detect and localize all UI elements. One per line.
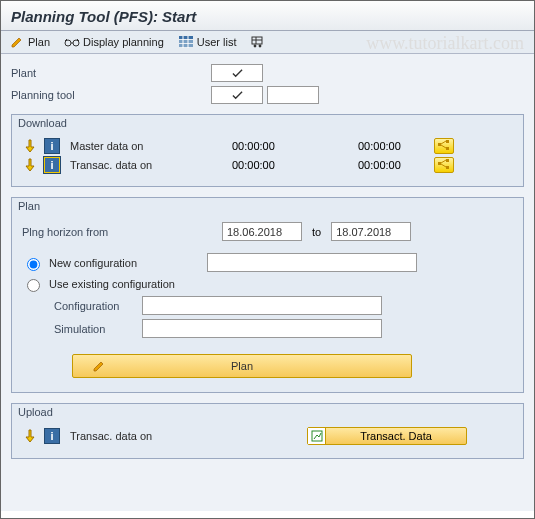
info-icon[interactable]: i [44,428,60,444]
plan-toolbar-label: Plan [28,36,50,48]
plant-input[interactable] [211,64,263,82]
download-arrow-icon[interactable] [22,138,38,154]
svg-rect-18 [312,431,322,441]
svg-rect-15 [438,162,441,165]
configuration-input[interactable] [142,296,382,315]
master-time-1: 00:00:00 [232,140,352,152]
from-date-input[interactable] [222,222,302,241]
transac-data-label: Transac. data on [66,159,226,171]
upload-transac-label: Transac. data on [66,430,301,442]
new-config-radio[interactable] [27,258,40,271]
plant-label: Plant [11,67,211,79]
to-label: to [312,226,321,238]
check-icon [232,68,243,79]
svg-point-0 [65,40,71,46]
svg-rect-4 [179,44,193,47]
new-config-input[interactable] [207,253,417,272]
upload-legend: Upload [18,406,53,418]
planning-tool-input-2[interactable] [267,86,319,104]
master-time-2: 00:00:00 [358,140,428,152]
download-arrow-icon[interactable] [22,157,38,173]
user-list-button[interactable]: User list [178,34,237,50]
svg-point-11 [259,45,262,48]
master-action-button[interactable] [434,138,454,154]
svg-rect-14 [446,147,449,150]
download-legend: Download [18,117,67,129]
glasses-icon [64,34,80,50]
new-config-label: New configuration [49,257,201,269]
plan-group: Plan Plng horizon from to New configurat… [11,197,524,393]
check-icon [232,90,243,101]
titlebar: Planning Tool (PFS): Start [1,1,534,31]
simulation-label: Simulation [22,323,142,335]
train-icon [250,34,266,50]
user-list-label: User list [197,36,237,48]
svg-rect-13 [446,140,449,143]
use-existing-label: Use existing configuration [49,278,175,290]
display-planning-label: Display planning [83,36,164,48]
nodes-icon [437,159,451,171]
simulation-input[interactable] [142,319,382,338]
plan-legend: Plan [18,200,40,212]
svg-rect-17 [446,166,449,169]
plan-toolbar-button[interactable]: Plan [9,34,50,50]
transac-time-1: 00:00:00 [232,159,352,171]
display-planning-button[interactable]: Display planning [64,34,164,50]
transac-action-button[interactable] [434,157,454,173]
svg-point-1 [73,40,79,46]
pencil-icon [92,359,106,373]
planning-tool-label: Planning tool [11,89,211,101]
toolbar: Plan Display planning User list [1,31,534,54]
svg-rect-16 [446,159,449,162]
pencil-icon [9,34,25,50]
nodes-icon [437,140,451,152]
use-existing-radio[interactable] [27,279,40,292]
svg-point-10 [254,45,257,48]
info-icon[interactable]: i [44,138,60,154]
plan-button[interactable]: Plan [72,354,412,378]
page-title: Planning Tool (PFS): Start [11,8,524,25]
transac-time-2: 00:00:00 [358,159,428,171]
to-date-input[interactable] [331,222,411,241]
plan-button-label: Plan [231,360,253,372]
svg-rect-12 [438,143,441,146]
upload-group: Upload i Transac. data on Transact. Data [11,403,524,459]
info-icon[interactable]: i [44,157,60,173]
download-arrow-icon[interactable] [22,428,38,444]
extra-toolbar-button[interactable] [250,34,266,50]
table-icon [178,34,194,50]
svg-rect-2 [179,36,193,39]
transact-data-button-label: Transact. Data [326,430,466,442]
download-group: Download i Master data on 00:00:00 00:00… [11,114,524,187]
svg-rect-3 [179,40,193,43]
sheet-icon [308,428,326,444]
transact-data-button[interactable]: Transact. Data [307,427,467,445]
master-data-label: Master data on [66,140,226,152]
planning-tool-input[interactable] [211,86,263,104]
horizon-label: Plng horizon from [22,226,222,238]
configuration-label: Configuration [22,300,142,312]
